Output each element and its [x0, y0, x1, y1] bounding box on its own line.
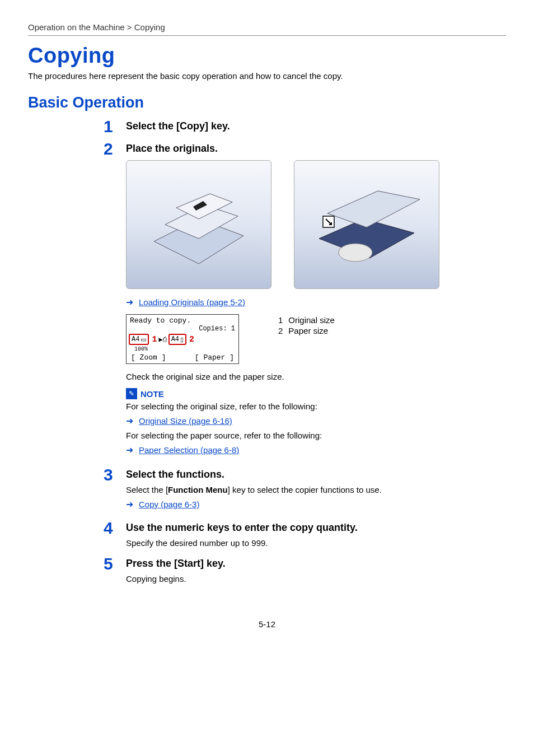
step-text: Specify the desired number up to 999. [126, 538, 506, 548]
step-3: 3 Select the functions. Select the [Func… [28, 469, 506, 514]
paper-selection-link[interactable]: Paper Selection (page 6-8) [139, 445, 239, 455]
svg-marker-5 [327, 191, 420, 227]
legend-num: 2 [278, 326, 283, 335]
arrow-right-icon: ➜ [126, 499, 133, 510]
original-size-link[interactable]: Original Size (page 6-16) [139, 416, 232, 426]
lcd-paper-size-box: A4▯ [168, 334, 186, 345]
arrow-right-icon: ➜ [126, 445, 133, 455]
orientation-landscape-icon: ▭ [140, 336, 146, 343]
step-1: 1 Select the [Copy] key. [28, 120, 506, 137]
legend-row-2: 2 Paper size [278, 326, 335, 335]
lcd-tab-paper: [ Paper ] [195, 353, 234, 362]
divider [28, 35, 506, 36]
step-number: 1 [104, 118, 126, 135]
step-title: Press the [Start] key. [126, 558, 506, 570]
illustration-row [126, 160, 506, 289]
svg-point-7 [339, 244, 372, 262]
lcd-copies: Copies: 1 [127, 325, 238, 333]
step-5: 5 Press the [Start] key. Copying begins. [28, 558, 506, 586]
lcd-tab-zoom: [ Zoom ] [131, 353, 166, 362]
link-row: ➜ Paper Selection (page 6-8) [126, 445, 506, 455]
step-2: 2 Place the originals. [28, 143, 506, 460]
lcd-status: Ready to copy. [127, 315, 238, 325]
copy-link[interactable]: Copy (page 6-3) [139, 500, 199, 509]
lcd-zoom-percent: 100% [127, 346, 238, 352]
illustration-machine-adf [126, 160, 271, 289]
section-title: Basic Operation [28, 94, 506, 111]
orientation-portrait-icon: ▯ [180, 336, 184, 343]
breadcrumb: Operation on the Machine > Copying [28, 22, 506, 35]
lcd-paper-size: A4 [171, 335, 179, 343]
note-text-2: For selecting the paper source, refer to… [126, 431, 506, 440]
callout-2: 2 [189, 335, 194, 344]
step-text: Select the [Function Menu] key to select… [126, 485, 506, 494]
callout-1: 1 [152, 335, 157, 344]
step-title: Select the [Copy] key. [126, 120, 506, 132]
step-text: Copying begins. [126, 574, 506, 584]
lcd-original-size: A4 [132, 335, 139, 343]
legend-row-1: 1 Original size [278, 315, 335, 325]
page-title: Copying [28, 44, 506, 68]
step-number: 2 [104, 141, 126, 157]
note-text-1: For selecting the original size, refer t… [126, 402, 506, 411]
step-title: Select the functions. [126, 469, 506, 480]
loading-originals-link[interactable]: Loading Originals (page 5-2) [139, 297, 245, 307]
page-number: 5-12 [28, 619, 506, 629]
illustration-platen-glass [294, 160, 439, 289]
arrow-right-icon: ➜ [126, 297, 133, 307]
step-number: 3 [104, 466, 126, 483]
link-row: ➜ Original Size (page 6-16) [126, 416, 506, 426]
step-number: 5 [104, 556, 126, 572]
legend-text: Paper size [288, 326, 328, 335]
arrow-right-icon: ➜ [126, 416, 133, 426]
step-number: 4 [104, 520, 126, 536]
step-4: 4 Use the numeric keys to enter the copy… [28, 522, 506, 550]
step-title: Use the numeric keys to enter the copy q… [126, 522, 506, 534]
link-row: ➜ Copy (page 6-3) [126, 499, 506, 510]
step-title: Place the originals. [126, 143, 506, 155]
lcd-legend: 1 Original size 2 Paper size [278, 314, 335, 337]
note-label: NOTE [140, 389, 164, 399]
intro-text: The procedures here represent the basic … [28, 71, 506, 81]
lcd-original-size-box: A4▭ [129, 334, 149, 345]
lcd-display: Ready to copy. Copies: 1 A4▭ 1 ▶⎙ A4▯ 2 … [126, 314, 239, 364]
note-box: ✎ NOTE For selecting the original size, … [126, 388, 506, 455]
check-text: Check the original size and the paper si… [126, 372, 506, 381]
link-row: ➜ Loading Originals (page 5-2) [126, 297, 506, 307]
arrow-between-icon: ▶⎙ [158, 335, 166, 344]
legend-text: Original size [288, 315, 335, 325]
note-icon: ✎ [126, 388, 137, 399]
legend-num: 1 [278, 315, 283, 325]
